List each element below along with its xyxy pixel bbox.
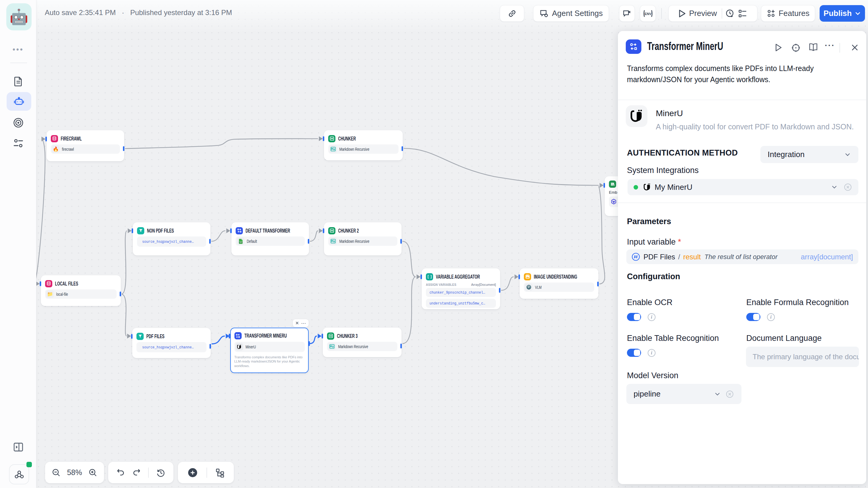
svg-text:TXT: TXT bbox=[239, 241, 242, 243]
svg-text:ENV: ENV bbox=[644, 12, 651, 16]
